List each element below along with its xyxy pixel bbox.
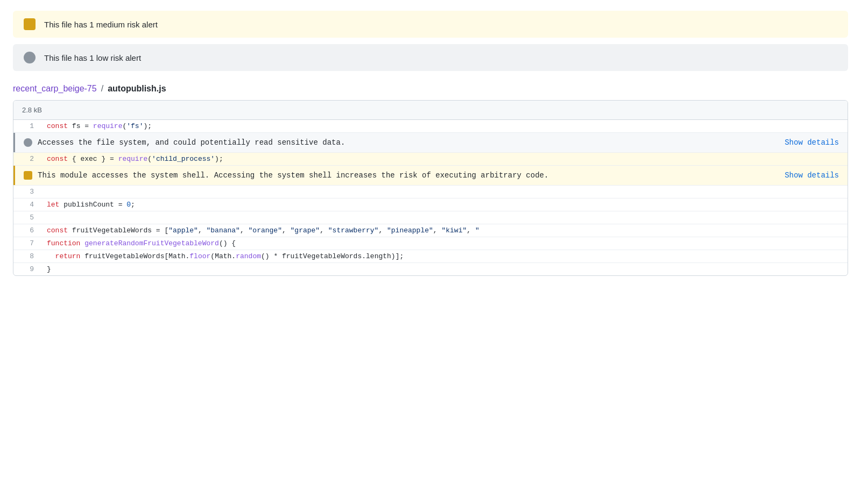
code-table: 1 const fs = require('fs'); Accesses the… xyxy=(13,120,848,275)
table-row: 9 } xyxy=(13,263,848,276)
low-risk-banner-text: This file has 1 low risk alert xyxy=(44,53,141,62)
low-risk-banner-icon xyxy=(24,52,36,63)
line-number: 2 xyxy=(13,153,40,166)
low-risk-banner: This file has 1 low risk alert xyxy=(13,44,848,71)
line-content: function generateRandomFruitVegetableWor… xyxy=(40,237,848,250)
line-content: const fs = require('fs'); xyxy=(40,120,848,133)
table-row: 8 return fruitVegetableWords[Math.floor(… xyxy=(13,250,848,263)
line-content: const { exec } = require('child_process'… xyxy=(40,153,848,166)
medium-risk-banner-icon xyxy=(24,18,36,30)
medium-alert-text: This module accesses the system shell. A… xyxy=(38,171,779,180)
medium-risk-banner: This file has 1 medium risk alert xyxy=(13,11,848,38)
line-content: let publishCount = 0; xyxy=(40,198,848,211)
line-content: } xyxy=(40,263,848,276)
line-number: 7 xyxy=(13,237,40,250)
table-row: 7 function generateRandomFruitVegetableW… xyxy=(13,237,848,250)
table-row: 1 const fs = require('fs'); xyxy=(13,120,848,133)
file-size: 2.8 kB xyxy=(22,106,42,114)
table-row: 6 const fruitVegetableWords = ["apple", … xyxy=(13,224,848,237)
inline-medium-alert-row: This module accesses the system shell. A… xyxy=(13,166,848,186)
line-number: 8 xyxy=(13,250,40,263)
line-number: 3 xyxy=(13,186,40,198)
low-inline-icon xyxy=(24,138,32,147)
line-number: 6 xyxy=(13,224,40,237)
medium-inline-icon xyxy=(24,171,32,180)
line-content xyxy=(40,211,848,224)
breadcrumb-link[interactable]: recent_carp_beige-75 xyxy=(13,84,97,94)
breadcrumb: recent_carp_beige-75 / autopublish.js xyxy=(13,84,848,94)
low-alert-show-details[interactable]: Show details xyxy=(785,138,839,147)
table-row: 5 xyxy=(13,211,848,224)
inline-low-alert-row: Accesses the file system, and could pote… xyxy=(13,133,848,153)
line-content: return fruitVegetableWords[Math.floor(Ma… xyxy=(40,250,848,263)
medium-risk-banner-text: This file has 1 medium risk alert xyxy=(44,20,158,29)
low-alert-text: Accesses the file system, and could pote… xyxy=(38,138,779,147)
inline-medium-alert: This module accesses the system shell. A… xyxy=(13,166,848,185)
line-number: 1 xyxy=(13,120,40,133)
line-content xyxy=(40,186,848,198)
breadcrumb-current: autopublish.js xyxy=(108,84,166,94)
line-content: const fruitVegetableWords = ["apple", "b… xyxy=(40,224,848,237)
breadcrumb-separator: / xyxy=(101,84,103,94)
table-row: 3 xyxy=(13,186,848,198)
line-number: 9 xyxy=(13,263,40,276)
file-header: 2.8 kB xyxy=(13,101,848,120)
file-container: 2.8 kB 1 const fs = require('fs'); Acces… xyxy=(13,100,848,276)
line-number: 4 xyxy=(13,198,40,211)
page-container: This file has 1 medium risk alert This f… xyxy=(0,0,861,287)
table-row: 2 const { exec } = require('child_proces… xyxy=(13,153,848,166)
inline-low-alert: Accesses the file system, and could pote… xyxy=(13,133,848,152)
line-number: 5 xyxy=(13,211,40,224)
table-row: 4 let publishCount = 0; xyxy=(13,198,848,211)
medium-alert-show-details[interactable]: Show details xyxy=(785,171,839,180)
